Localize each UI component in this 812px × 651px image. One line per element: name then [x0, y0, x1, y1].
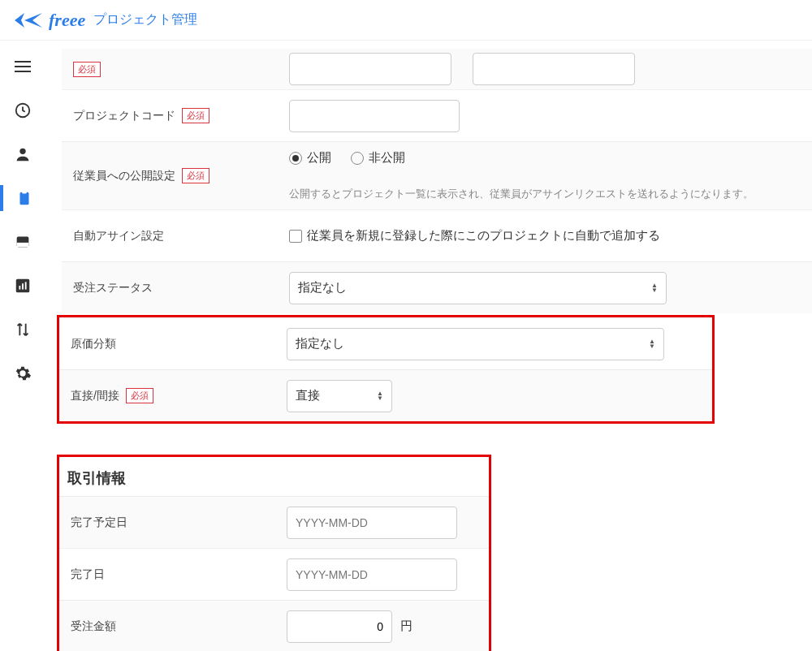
logo-group: freee プロジェクト管理 [13, 10, 197, 31]
svg-rect-9 [25, 282, 27, 289]
direct-indirect-label: 直接/間接 [71, 389, 119, 403]
svg-rect-2 [20, 192, 29, 205]
auto-assign-checkbox[interactable]: 従業員を新規に登録した際にこのプロジェクトに自動で追加する [289, 228, 660, 244]
person-icon [14, 145, 32, 163]
required-badge: 必須 [73, 62, 101, 77]
cost-category-select[interactable]: 指定なし ▲▼ [287, 328, 664, 360]
publish-help-text: 公開するとプロジェクト一覧に表示され、従業員がアサインリクエストを送れるようにな… [289, 187, 754, 201]
svg-rect-3 [22, 191, 27, 194]
amount-label: 受注金額 [67, 619, 287, 634]
partial-input-1[interactable] [289, 53, 451, 85]
completed-date-input[interactable] [287, 558, 457, 591]
required-badge: 必須 [182, 108, 209, 123]
order-status-label: 受注ステータス [73, 281, 153, 295]
transaction-section-title: 取引情報 [59, 457, 489, 496]
inbox-icon [14, 233, 32, 251]
sidebar-item-transfer[interactable] [0, 317, 45, 343]
amount-unit: 円 [400, 619, 412, 634]
cost-category-label: 原価分類 [71, 337, 116, 351]
highlight-transaction-section: 取引情報 完了予定日 完了日 受注金額 円 [57, 455, 491, 651]
transfer-icon [14, 321, 32, 338]
chevron-updown-icon: ▲▼ [651, 283, 658, 293]
sidebar-item-settings[interactable] [0, 360, 45, 386]
amount-input[interactable] [287, 610, 392, 643]
scheduled-date-label: 完了予定日 [67, 515, 287, 530]
swallow-icon [13, 10, 44, 31]
scheduled-date-input[interactable] [287, 507, 457, 539]
direct-indirect-select[interactable]: 直接 ▲▼ [287, 380, 392, 412]
publish-private-label: 非公開 [369, 150, 405, 166]
chevron-updown-icon: ▲▼ [377, 391, 383, 401]
radio-icon [351, 152, 364, 165]
main-content: 必須 プロジェクトコード 必須 従業員への公開設定 必須 [45, 41, 812, 651]
highlight-cost-section: 原価分類 指定なし ▲▼ 直接/間接 必須 直接 ▲▼ [57, 315, 715, 424]
publish-public-label: 公開 [307, 150, 331, 166]
brand-text: freee [49, 10, 85, 31]
hamburger-icon [13, 61, 32, 72]
auto-assign-checkbox-label: 従業員を新規に登録した際にこのプロジェクトに自動で追加する [307, 228, 660, 244]
checkbox-icon [289, 230, 302, 243]
completed-date-label: 完了日 [67, 567, 287, 582]
auto-assign-label: 自動アサイン設定 [73, 229, 164, 244]
sidebar-item-reports[interactable] [0, 273, 45, 299]
publish-label: 従業員への公開設定 [73, 169, 175, 183]
publish-private-radio[interactable]: 非公開 [351, 150, 405, 166]
sidebar-item-inbox[interactable] [0, 229, 45, 255]
chart-icon [14, 277, 32, 295]
required-badge: 必須 [126, 388, 153, 403]
order-status-select[interactable]: 指定なし ▲▼ [289, 272, 667, 304]
svg-rect-5 [17, 243, 29, 248]
cost-category-value: 指定なし [296, 336, 344, 351]
sidebar-item-time[interactable] [0, 97, 45, 123]
project-code-input[interactable] [289, 100, 460, 132]
app-header: freee プロジェクト管理 [0, 0, 812, 41]
svg-rect-7 [19, 286, 20, 290]
order-status-value: 指定なし [298, 280, 347, 295]
sidebar-item-projects[interactable] [0, 185, 45, 211]
svg-point-1 [19, 149, 25, 154]
direct-indirect-value: 直接 [296, 388, 320, 403]
sidebar [0, 41, 45, 651]
publish-public-radio[interactable]: 公開 [289, 150, 331, 166]
svg-rect-8 [22, 283, 24, 289]
sidebar-item-employees[interactable] [0, 141, 45, 167]
required-badge: 必須 [182, 168, 209, 183]
project-code-label: プロジェクトコード [73, 109, 175, 123]
clipboard-icon [15, 189, 33, 207]
chevron-updown-icon: ▲▼ [649, 339, 655, 349]
gear-icon [14, 364, 32, 382]
partial-input-2[interactable] [473, 53, 635, 85]
app-title: プロジェクト管理 [93, 11, 197, 28]
clock-icon [14, 101, 32, 119]
sidebar-menu-toggle[interactable] [0, 54, 45, 80]
radio-icon [289, 152, 302, 165]
